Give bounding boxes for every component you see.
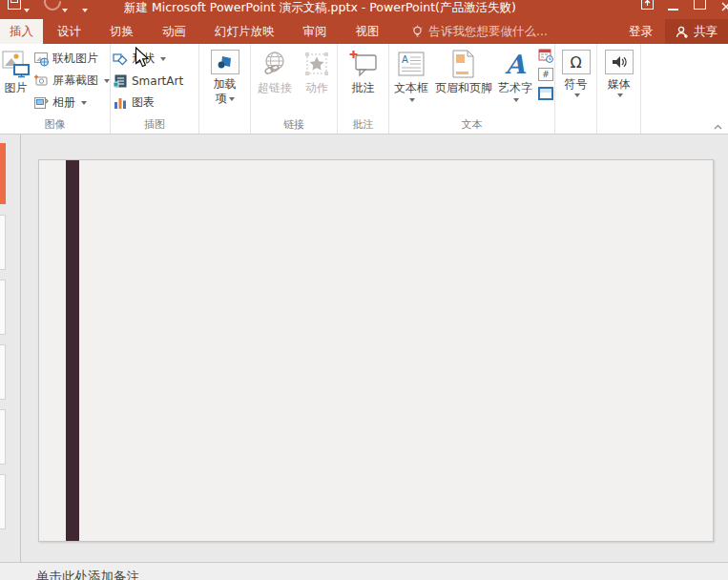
photo-album-button[interactable]: 相册 xyxy=(31,92,110,114)
dropdown-caret-icon xyxy=(104,79,110,83)
editing-area xyxy=(0,135,728,562)
group-label-text: 文本 xyxy=(389,117,554,132)
close-icon xyxy=(721,1,728,11)
hyperlink-button: 超链接 xyxy=(252,44,298,95)
online-pictures-icon xyxy=(33,52,49,67)
comment-icon xyxy=(349,47,378,81)
smartart-button[interactable]: SmartArt xyxy=(111,70,183,92)
group-addins: 加载 项 xyxy=(199,44,251,134)
minimize-button[interactable] xyxy=(668,0,678,10)
new-comment-button[interactable]: 批注 xyxy=(341,44,386,95)
thumbnail-pane-splitter[interactable] xyxy=(20,135,21,562)
tell-me-placeholder: 告诉我您想要做什么... xyxy=(429,24,548,40)
undo-dropdown-caret-icon[interactable] xyxy=(62,9,68,12)
slide-thumbnail-partial[interactable] xyxy=(0,215,6,270)
photo-album-icon xyxy=(33,95,49,111)
ribbon-filler xyxy=(641,44,728,134)
header-footer-icon xyxy=(451,47,476,81)
group-comments: 批注 批注 xyxy=(338,44,389,134)
slide-thumbnail-active[interactable] xyxy=(0,143,6,204)
group-label-illustrations: 插图 xyxy=(111,117,198,132)
pictures-icon xyxy=(2,47,31,81)
mouse-cursor xyxy=(135,47,151,69)
powerpoint-window: 新建 Microsoft PowerPoint 演示文稿.pptx - Powe… xyxy=(0,0,728,580)
screenshot-button[interactable]: 屏幕截图 xyxy=(31,70,110,92)
svg-text:A: A xyxy=(402,54,408,65)
symbol-button[interactable]: Ω 符号 xyxy=(556,44,596,97)
dropdown-caret-icon xyxy=(81,101,87,105)
group-illustrations: 形状 SmartArt xyxy=(111,44,199,134)
screenshot-icon xyxy=(33,73,49,89)
omega-symbol-icon: Ω xyxy=(570,53,581,72)
arrow-up-icon xyxy=(643,0,652,7)
wordart-icon: A xyxy=(506,52,526,77)
notes-placeholder: 单击此处添加备注 xyxy=(36,569,728,580)
slide-thumbnail-partial[interactable] xyxy=(0,344,6,400)
ribbon-display-options-button[interactable] xyxy=(641,0,654,10)
slide-thumbnail-partial[interactable] xyxy=(0,280,6,335)
slide-canvas[interactable] xyxy=(38,159,714,542)
tab-animations[interactable]: 动画 xyxy=(148,19,200,44)
group-text: A 文本框 页眉和页脚 A xyxy=(389,44,555,134)
share-label: 共享 xyxy=(694,24,718,40)
wordart-button[interactable]: A 艺术字 xyxy=(494,44,536,102)
action-icon xyxy=(304,47,329,81)
lightbulb-icon xyxy=(411,25,424,38)
collapse-ribbon-icon[interactable] xyxy=(714,124,722,130)
group-media: 媒体 xyxy=(597,44,641,134)
group-links: 超链接 动作 链接 xyxy=(251,44,338,134)
date-time-icon xyxy=(538,49,553,63)
header-footer-button[interactable]: 页眉和页脚 xyxy=(433,44,494,95)
tab-slideshow[interactable]: 幻灯片放映 xyxy=(200,19,289,44)
group-images: 图片 联机图片 xyxy=(0,44,111,134)
slide-number-button[interactable]: # xyxy=(538,68,553,81)
notes-pane[interactable]: 单击此处添加备注 xyxy=(0,562,728,580)
close-button[interactable] xyxy=(721,0,728,15)
ribbon-insert: 图片 联机图片 xyxy=(0,44,728,135)
dropdown-caret-icon xyxy=(409,98,415,102)
pictures-button[interactable]: 图片 xyxy=(0,44,31,95)
tell-me-box[interactable]: 告诉我您想要做什么... xyxy=(404,19,555,44)
person-plus-icon xyxy=(676,26,689,38)
dropdown-caret-icon xyxy=(513,98,519,102)
smartart-icon xyxy=(113,73,128,89)
slide-thumbnail-partial[interactable] xyxy=(0,409,6,465)
textbox-button[interactable]: A 文本框 xyxy=(389,44,433,102)
object-button[interactable] xyxy=(538,87,553,100)
tab-design[interactable]: 设计 xyxy=(43,19,95,44)
addins-icon xyxy=(211,50,239,74)
quick-access-customize-caret-icon[interactable] xyxy=(82,9,88,12)
media-button[interactable]: 媒体 xyxy=(598,44,640,97)
save-dropdown-caret-icon[interactable] xyxy=(24,9,30,12)
textbox-icon: A xyxy=(398,47,425,81)
titlebar: 新建 Microsoft PowerPoint 演示文稿.pptx - Powe… xyxy=(0,0,728,19)
dropdown-caret-icon xyxy=(574,93,580,97)
sign-in-button[interactable]: 登录 xyxy=(616,19,665,44)
tab-view[interactable]: 视图 xyxy=(342,19,394,44)
maximize-button[interactable] xyxy=(694,0,706,10)
action-button: 动作 xyxy=(298,44,336,95)
share-button[interactable]: 共享 xyxy=(665,19,728,44)
slide-number-icon: # xyxy=(542,70,550,79)
hyperlink-icon xyxy=(261,47,288,81)
tab-review[interactable]: 审阅 xyxy=(289,19,342,44)
shapes-icon xyxy=(113,52,128,67)
dropdown-caret-icon xyxy=(160,57,166,61)
object-icon xyxy=(540,89,551,93)
speaker-icon xyxy=(605,50,634,74)
slide-thumbnail-partial[interactable] xyxy=(0,474,6,529)
tab-insert[interactable]: 插入 xyxy=(0,19,43,44)
window-title: 新建 Microsoft PowerPoint 演示文稿.pptx - Powe… xyxy=(124,0,516,16)
date-time-button[interactable] xyxy=(538,49,553,62)
group-label-links: 链接 xyxy=(251,117,337,132)
ribbon-tab-row: 插入 设计 切换 动画 幻灯片放映 审阅 视图 告诉我您想要做什么... 登录 … xyxy=(0,19,728,44)
chart-button[interactable]: 图表 xyxy=(111,92,183,114)
slide-design-bar[interactable] xyxy=(66,160,79,541)
save-icon[interactable] xyxy=(8,0,21,10)
online-pictures-button[interactable]: 联机图片 xyxy=(31,48,110,70)
group-label-images: 图像 xyxy=(0,117,110,132)
undo-icon[interactable] xyxy=(40,0,64,14)
tab-transitions[interactable]: 切换 xyxy=(95,19,148,44)
dropdown-caret-icon xyxy=(617,93,623,97)
addins-button[interactable]: 加载 项 xyxy=(201,44,249,106)
